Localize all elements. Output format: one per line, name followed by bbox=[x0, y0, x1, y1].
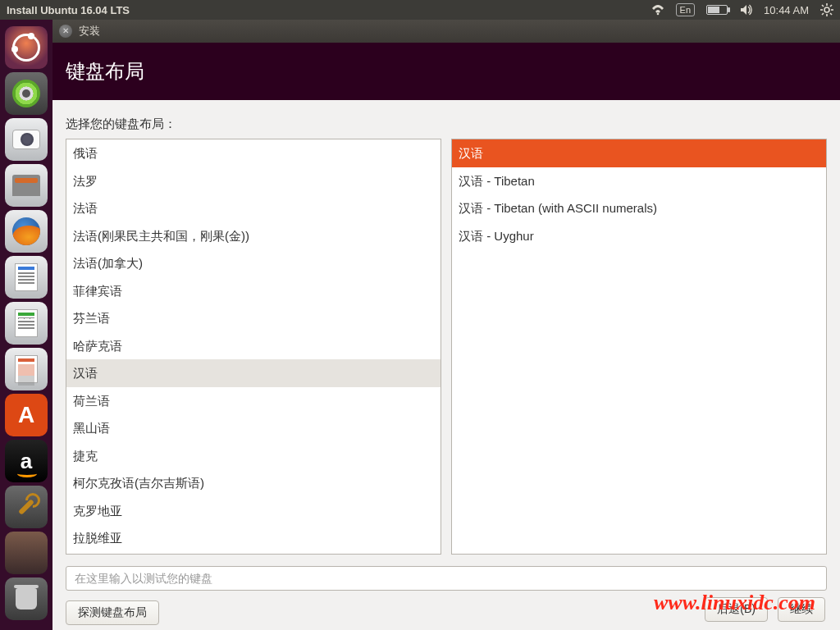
layout-option[interactable]: 荷兰语 bbox=[66, 387, 441, 415]
layout-option[interactable]: 菲律宾语 bbox=[66, 277, 441, 305]
installer-window: ✕ 安装 键盘布局 选择您的键盘布局： 俄语法罗法语法语(刚果民主共和国，刚果(… bbox=[52, 20, 840, 630]
layout-option[interactable]: 法罗 bbox=[66, 167, 441, 195]
svg-point-0 bbox=[656, 13, 659, 16]
variant-option[interactable]: 汉语 - Tibetan bbox=[452, 167, 826, 195]
svg-line-6 bbox=[822, 5, 824, 7]
installer-media[interactable] bbox=[5, 532, 48, 574]
layout-option[interactable]: 黑山语 bbox=[66, 414, 441, 442]
layout-option[interactable]: 克罗地亚 bbox=[66, 497, 441, 525]
body-area: 选择您的键盘布局： 俄语法罗法语法语(刚果民主共和国，刚果(金))法语(加拿大)… bbox=[52, 100, 840, 630]
layout-option[interactable]: 芬兰语 bbox=[66, 304, 441, 332]
keyboard-layout-list[interactable]: 俄语法罗法语法语(刚果民主共和国，刚果(金))法语(加拿大)菲律宾语芬兰语哈萨克… bbox=[66, 139, 441, 555]
amazon-app[interactable]: a bbox=[5, 440, 48, 482]
gear-icon[interactable] bbox=[820, 3, 833, 16]
wifi-icon[interactable] bbox=[651, 3, 664, 16]
continue-button[interactable]: 继续 bbox=[778, 597, 825, 622]
layout-option[interactable]: 法语(加拿大) bbox=[66, 249, 441, 277]
detect-layout-button[interactable]: 探测键盘布局 bbox=[66, 600, 159, 625]
svg-line-9 bbox=[822, 13, 824, 15]
svg-line-8 bbox=[830, 5, 832, 7]
installer-running[interactable] bbox=[5, 72, 48, 115]
battery-icon[interactable] bbox=[706, 5, 728, 15]
software-center[interactable]: A bbox=[5, 394, 48, 436]
firefox-app[interactable] bbox=[5, 210, 48, 253]
layout-option[interactable]: 汉语 bbox=[66, 359, 441, 387]
settings-app[interactable] bbox=[5, 486, 48, 528]
layout-option[interactable]: 法语 bbox=[66, 194, 441, 222]
svg-line-7 bbox=[830, 13, 832, 15]
volume-icon[interactable] bbox=[739, 3, 752, 16]
layout-option[interactable]: 哈萨克语 bbox=[66, 332, 441, 360]
wizard-footer: 后退(B) 继续 bbox=[705, 597, 825, 622]
layout-option[interactable]: 法语(刚果民主共和国，刚果(金)) bbox=[66, 222, 441, 250]
keyboard-variant-list[interactable]: 汉语汉语 - Tibetan汉语 - Tibetan (with ASCII n… bbox=[451, 139, 827, 555]
files-app[interactable] bbox=[5, 164, 48, 207]
unity-launcher: Aa bbox=[0, 20, 52, 630]
menubar-title: Install Ubuntu 16.04 LTS bbox=[7, 4, 130, 16]
impress-app[interactable] bbox=[5, 348, 48, 390]
close-icon[interactable]: ✕ bbox=[59, 25, 72, 38]
camera-app[interactable] bbox=[5, 118, 48, 161]
layout-option[interactable]: 老挝语(寮语) bbox=[66, 552, 441, 555]
layout-option[interactable]: 捷克 bbox=[66, 442, 441, 470]
window-titlebar[interactable]: ✕ 安装 bbox=[52, 20, 840, 43]
layout-option[interactable]: 俄语 bbox=[66, 139, 441, 167]
layout-option[interactable]: 拉脱维亚 bbox=[66, 524, 441, 552]
writer-app[interactable] bbox=[5, 256, 48, 299]
ubuntu-dash[interactable] bbox=[5, 26, 48, 69]
prompt-label: 选择您的键盘布局： bbox=[66, 116, 827, 132]
top-menubar: Install Ubuntu 16.04 LTS En 10:44 AM bbox=[0, 0, 840, 20]
keyboard-test-input[interactable] bbox=[66, 566, 827, 591]
calc-app[interactable] bbox=[5, 302, 48, 345]
window-title: 安装 bbox=[79, 24, 100, 39]
layout-option[interactable]: 柯尔克孜语(吉尔吉斯语) bbox=[66, 469, 441, 497]
menubar-indicators: En 10:44 AM bbox=[651, 3, 833, 16]
variant-option[interactable]: 汉语 - Uyghur bbox=[452, 222, 826, 250]
trash[interactable] bbox=[5, 578, 48, 620]
page-heading: 键盘布局 bbox=[52, 43, 840, 100]
keyboard-indicator[interactable]: En bbox=[676, 3, 695, 16]
variant-option[interactable]: 汉语 bbox=[452, 139, 826, 167]
svg-point-1 bbox=[824, 7, 829, 12]
variant-option[interactable]: 汉语 - Tibetan (with ASCII numerals) bbox=[452, 194, 826, 222]
back-button[interactable]: 后退(B) bbox=[705, 597, 768, 622]
clock[interactable]: 10:44 AM bbox=[764, 4, 809, 16]
